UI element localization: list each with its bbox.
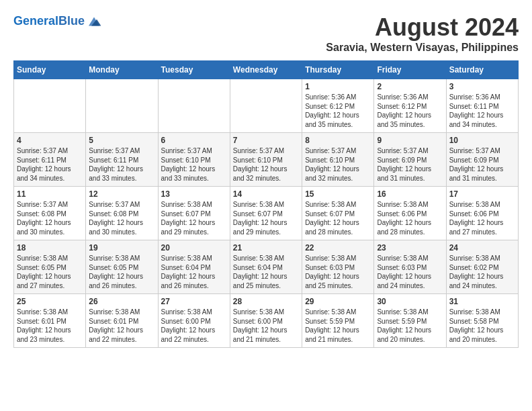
day-number: 6 — [161, 136, 227, 145]
day-number: 31 — [449, 297, 515, 306]
calendar-day-cell: 15Sunrise: 5:38 AMSunset: 6:07 PMDayligh… — [302, 187, 374, 240]
calendar-day-cell — [86, 79, 158, 133]
calendar-week-row: 4Sunrise: 5:37 AMSunset: 6:11 PMDaylight… — [14, 133, 519, 187]
day-number: 22 — [305, 243, 371, 253]
day-number: 16 — [377, 189, 443, 199]
day-info: Sunrise: 5:38 AMSunset: 5:59 PMDaylight:… — [377, 308, 443, 344]
day-number: 4 — [17, 136, 83, 145]
day-info: Sunrise: 5:37 AMSunset: 6:09 PMDaylight:… — [377, 146, 443, 183]
day-number: 14 — [233, 189, 299, 199]
calendar-day-cell: 18Sunrise: 5:38 AMSunset: 6:05 PMDayligh… — [14, 240, 86, 294]
calendar-day-cell: 16Sunrise: 5:38 AMSunset: 6:06 PMDayligh… — [374, 187, 446, 240]
weekday-header: Saturday — [446, 61, 518, 79]
calendar-day-cell: 7Sunrise: 5:37 AMSunset: 6:10 PMDaylight… — [230, 133, 302, 187]
day-number: 26 — [89, 297, 154, 306]
calendar-day-cell: 3Sunrise: 5:36 AMSunset: 6:11 PMDaylight… — [446, 79, 518, 133]
logo-icon — [86, 13, 102, 30]
day-info: Sunrise: 5:38 AMSunset: 6:03 PMDaylight:… — [377, 254, 443, 290]
day-info: Sunrise: 5:38 AMSunset: 5:59 PMDaylight:… — [305, 308, 371, 344]
weekday-header-row: SundayMondayTuesdayWednesdayThursdayFrid… — [14, 61, 519, 79]
month-title: August 2024 — [326, 13, 519, 42]
day-number: 3 — [449, 82, 515, 91]
day-info: Sunrise: 5:37 AMSunset: 6:08 PMDaylight:… — [17, 200, 83, 236]
calendar-day-cell: 19Sunrise: 5:38 AMSunset: 6:05 PMDayligh… — [86, 240, 158, 294]
title-block: August 2024 Saravia, Western Visayas, Ph… — [326, 13, 519, 54]
weekday-header: Thursday — [302, 61, 374, 79]
day-info: Sunrise: 5:38 AMSunset: 6:05 PMDaylight:… — [89, 254, 154, 290]
day-number: 25 — [17, 297, 83, 306]
day-info: Sunrise: 5:38 AMSunset: 6:07 PMDaylight:… — [305, 200, 371, 236]
day-info: Sunrise: 5:38 AMSunset: 6:01 PMDaylight:… — [89, 308, 154, 344]
day-number: 17 — [449, 189, 515, 199]
calendar-day-cell: 22Sunrise: 5:38 AMSunset: 6:03 PMDayligh… — [302, 240, 374, 294]
day-info: Sunrise: 5:38 AMSunset: 6:04 PMDaylight:… — [161, 254, 227, 290]
day-number: 20 — [161, 243, 227, 253]
calendar-day-cell: 11Sunrise: 5:37 AMSunset: 6:08 PMDayligh… — [14, 187, 86, 240]
calendar-day-cell: 9Sunrise: 5:37 AMSunset: 6:09 PMDaylight… — [374, 133, 446, 187]
calendar-day-cell: 13Sunrise: 5:38 AMSunset: 6:07 PMDayligh… — [158, 187, 230, 240]
calendar-day-cell: 6Sunrise: 5:37 AMSunset: 6:10 PMDaylight… — [158, 133, 230, 187]
day-number: 1 — [305, 82, 371, 91]
day-number: 2 — [377, 82, 443, 91]
calendar-day-cell: 8Sunrise: 5:37 AMSunset: 6:10 PMDaylight… — [302, 133, 374, 187]
calendar-week-row: 25Sunrise: 5:38 AMSunset: 6:01 PMDayligh… — [14, 294, 519, 348]
calendar-day-cell: 25Sunrise: 5:38 AMSunset: 6:01 PMDayligh… — [14, 294, 86, 348]
calendar-day-cell: 31Sunrise: 5:38 AMSunset: 5:58 PMDayligh… — [446, 294, 518, 348]
calendar-day-cell: 24Sunrise: 5:38 AMSunset: 6:02 PMDayligh… — [446, 240, 518, 294]
calendar-day-cell: 2Sunrise: 5:36 AMSunset: 6:12 PMDaylight… — [374, 79, 446, 133]
day-number: 24 — [449, 243, 515, 253]
calendar-day-cell: 30Sunrise: 5:38 AMSunset: 5:59 PMDayligh… — [374, 294, 446, 348]
day-info: Sunrise: 5:37 AMSunset: 6:09 PMDaylight:… — [449, 146, 515, 183]
day-number: 11 — [17, 189, 83, 199]
calendar-day-cell: 28Sunrise: 5:38 AMSunset: 6:00 PMDayligh… — [230, 294, 302, 348]
day-number: 21 — [233, 243, 299, 253]
day-info: Sunrise: 5:38 AMSunset: 6:03 PMDaylight:… — [305, 254, 371, 290]
page-header: GeneralBlue August 2024 Saravia, Western… — [13, 13, 519, 54]
day-info: Sunrise: 5:38 AMSunset: 6:05 PMDaylight:… — [17, 254, 83, 290]
weekday-header: Tuesday — [158, 61, 230, 79]
day-number: 19 — [89, 243, 154, 253]
day-number: 28 — [233, 297, 299, 306]
day-number: 23 — [377, 243, 443, 253]
day-info: Sunrise: 5:38 AMSunset: 6:07 PMDaylight:… — [233, 200, 299, 236]
day-info: Sunrise: 5:38 AMSunset: 6:02 PMDaylight:… — [449, 254, 515, 290]
day-number: 5 — [89, 136, 154, 145]
day-number: 27 — [161, 297, 227, 306]
day-info: Sunrise: 5:37 AMSunset: 6:08 PMDaylight:… — [89, 200, 154, 236]
day-number: 18 — [17, 243, 83, 253]
day-info: Sunrise: 5:38 AMSunset: 6:06 PMDaylight:… — [449, 200, 515, 236]
calendar-week-row: 11Sunrise: 5:37 AMSunset: 6:08 PMDayligh… — [14, 187, 519, 240]
calendar-day-cell: 14Sunrise: 5:38 AMSunset: 6:07 PMDayligh… — [230, 187, 302, 240]
day-number: 9 — [377, 136, 443, 145]
weekday-header: Friday — [374, 61, 446, 79]
calendar-day-cell: 29Sunrise: 5:38 AMSunset: 5:59 PMDayligh… — [302, 294, 374, 348]
calendar-day-cell — [158, 79, 230, 133]
calendar-day-cell: 12Sunrise: 5:37 AMSunset: 6:08 PMDayligh… — [86, 187, 158, 240]
day-number: 30 — [377, 297, 443, 306]
calendar-table: SundayMondayTuesdayWednesdayThursdayFrid… — [13, 60, 519, 348]
calendar-day-cell: 26Sunrise: 5:38 AMSunset: 6:01 PMDayligh… — [86, 294, 158, 348]
day-info: Sunrise: 5:38 AMSunset: 6:07 PMDaylight:… — [161, 200, 227, 236]
calendar-day-cell: 27Sunrise: 5:38 AMSunset: 6:00 PMDayligh… — [158, 294, 230, 348]
day-number: 8 — [305, 136, 371, 145]
day-info: Sunrise: 5:36 AMSunset: 6:12 PMDaylight:… — [305, 93, 371, 129]
calendar-day-cell: 4Sunrise: 5:37 AMSunset: 6:11 PMDaylight… — [14, 133, 86, 187]
calendar-day-cell: 1Sunrise: 5:36 AMSunset: 6:12 PMDaylight… — [302, 79, 374, 133]
day-info: Sunrise: 5:38 AMSunset: 6:00 PMDaylight:… — [161, 308, 227, 344]
day-number: 13 — [161, 189, 227, 199]
day-info: Sunrise: 5:37 AMSunset: 6:11 PMDaylight:… — [17, 146, 83, 183]
logo: GeneralBlue — [13, 13, 102, 30]
day-info: Sunrise: 5:38 AMSunset: 6:04 PMDaylight:… — [233, 254, 299, 290]
calendar-day-cell: 20Sunrise: 5:38 AMSunset: 6:04 PMDayligh… — [158, 240, 230, 294]
day-info: Sunrise: 5:37 AMSunset: 6:11 PMDaylight:… — [89, 146, 154, 183]
day-number: 7 — [233, 136, 299, 145]
calendar-day-cell: 17Sunrise: 5:38 AMSunset: 6:06 PMDayligh… — [446, 187, 518, 240]
day-info: Sunrise: 5:36 AMSunset: 6:11 PMDaylight:… — [449, 93, 515, 129]
calendar-week-row: 1Sunrise: 5:36 AMSunset: 6:12 PMDaylight… — [14, 79, 519, 133]
day-info: Sunrise: 5:37 AMSunset: 6:10 PMDaylight:… — [161, 146, 227, 183]
day-info: Sunrise: 5:38 AMSunset: 6:06 PMDaylight:… — [377, 200, 443, 236]
day-number: 29 — [305, 297, 371, 306]
calendar-day-cell: 5Sunrise: 5:37 AMSunset: 6:11 PMDaylight… — [86, 133, 158, 187]
weekday-header: Monday — [86, 61, 158, 79]
day-info: Sunrise: 5:36 AMSunset: 6:12 PMDaylight:… — [377, 93, 443, 129]
